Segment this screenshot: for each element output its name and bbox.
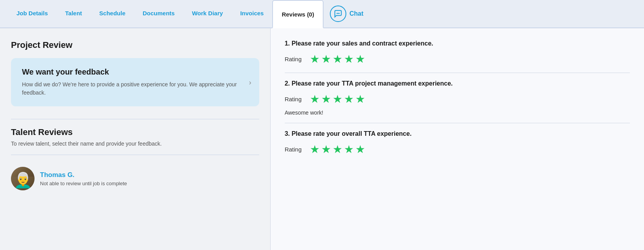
question-3-text: 3. Please rate your overall TTA experien… [285, 130, 630, 137]
feedback-arrow-icon: › [249, 78, 251, 86]
avatar [11, 167, 35, 190]
question-3-label: Please rate your overall TTA experience. [291, 130, 411, 137]
question-2-text: 2. Please rate your TTA project manageme… [285, 80, 630, 87]
nav-job-details[interactable]: Job Details [8, 0, 56, 28]
feedback-card-title: We want your feedback [22, 68, 248, 77]
rating-label-2: Rating [285, 96, 304, 102]
review-question-2: 2. Please rate your TTA project manageme… [285, 80, 630, 116]
section-divider [11, 119, 259, 119]
talent-person-row: Thomas G. Not able to review until job i… [11, 163, 259, 190]
review-divider-2 [285, 123, 630, 123]
top-navigation: Job Details Talent Schedule Documents Wo… [0, 0, 644, 28]
stars-2[interactable]: ★ ★ ★ ★ ★ [310, 93, 365, 106]
star-2-1[interactable]: ★ [310, 93, 320, 106]
star-1-2[interactable]: ★ [321, 53, 331, 66]
star-2-3[interactable]: ★ [333, 93, 342, 106]
star-1-5[interactable]: ★ [355, 53, 365, 66]
question-2-number: 2. [285, 80, 290, 87]
star-2-4[interactable]: ★ [344, 93, 354, 106]
talent-review-status: Not able to review until job is complete [40, 181, 127, 186]
feedback-card-description: How did we do? We're here to provide a p… [22, 80, 248, 97]
star-3-1[interactable]: ★ [310, 143, 320, 156]
question-1-number: 1. [285, 40, 290, 47]
nav-reviews[interactable]: Reviews (0) [272, 0, 324, 28]
right-panel: 1. Please rate your sales and contract e… [271, 28, 644, 250]
star-3-3[interactable]: ★ [333, 143, 342, 156]
project-review-title: Project Review [11, 40, 259, 50]
question-2-label: Please rate your TTA project management … [291, 80, 453, 87]
stars-1[interactable]: ★ ★ ★ ★ ★ [310, 53, 365, 66]
star-3-2[interactable]: ★ [321, 143, 331, 156]
review-comment-2: Awesome work! [285, 109, 630, 116]
review-question-1: 1. Please rate your sales and contract e… [285, 40, 630, 66]
chat-button[interactable]: Chat [330, 5, 364, 22]
rating-label-3: Rating [285, 146, 304, 153]
review-divider-1 [285, 73, 630, 73]
talent-reviews-title: Talent Reviews [11, 127, 259, 137]
main-content: Project Review We want your feedback How… [0, 28, 644, 250]
talent-info: Thomas G. Not able to review until job i… [40, 171, 127, 186]
rating-row-3: Rating ★ ★ ★ ★ ★ [285, 143, 630, 156]
stars-3[interactable]: ★ ★ ★ ★ ★ [310, 143, 365, 156]
review-question-3: 3. Please rate your overall TTA experien… [285, 130, 630, 156]
rating-label-1: Rating [285, 56, 304, 62]
talent-divider [11, 155, 259, 155]
nav-talent[interactable]: Talent [56, 0, 91, 28]
star-1-1[interactable]: ★ [310, 53, 320, 66]
talent-reviews-description: To review talent, select their name and … [11, 141, 259, 147]
talent-name[interactable]: Thomas G. [40, 171, 127, 179]
question-1-label: Please rate your sales and contract expe… [291, 40, 433, 47]
nav-documents[interactable]: Documents [134, 0, 184, 28]
star-2-5[interactable]: ★ [355, 93, 365, 106]
star-1-4[interactable]: ★ [344, 53, 354, 66]
star-3-5[interactable]: ★ [355, 143, 365, 156]
nav-schedule[interactable]: Schedule [91, 0, 134, 28]
chat-label: Chat [349, 10, 364, 17]
nav-invoices[interactable]: Invoices [231, 0, 272, 28]
feedback-card[interactable]: We want your feedback How did we do? We'… [11, 58, 259, 106]
rating-row-2: Rating ★ ★ ★ ★ ★ [285, 93, 630, 106]
rating-row-1: Rating ★ ★ ★ ★ ★ [285, 53, 630, 66]
left-panel: Project Review We want your feedback How… [0, 28, 271, 250]
question-3-number: 3. [285, 130, 290, 137]
nav-work-diary[interactable]: Work Diary [183, 0, 231, 28]
chat-icon [330, 5, 346, 22]
question-1-text: 1. Please rate your sales and contract e… [285, 40, 630, 47]
avatar-image [11, 167, 35, 190]
star-3-4[interactable]: ★ [344, 143, 354, 156]
star-1-3[interactable]: ★ [333, 53, 342, 66]
star-2-2[interactable]: ★ [321, 93, 331, 106]
